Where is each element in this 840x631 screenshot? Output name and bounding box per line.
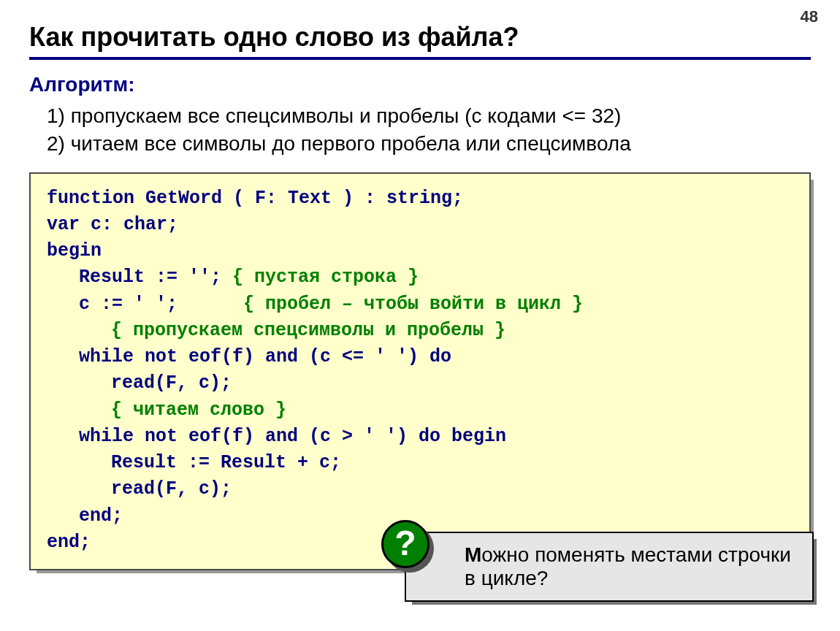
slide-title: Как прочитать одно слово из файла? <box>29 22 811 53</box>
code-text: c := ' '; <box>79 294 243 315</box>
algo-list: 1) пропускаем все спецсимволы и пробелы … <box>47 102 811 158</box>
callout-bold: М <box>465 543 481 566</box>
code-line: read(F, c); <box>47 476 793 502</box>
code-comment: { пропускаем спецсимволы и пробелы } <box>47 318 793 344</box>
code-text: Result := ''; <box>79 267 232 288</box>
callout-rest: ожно поменять местами строчки в цикле? <box>465 543 791 589</box>
algo-item-1: 1) пропускаем все спецсимволы и пробелы … <box>47 102 811 130</box>
callout-text: Можно поменять местами строчки в цикле? <box>465 543 791 589</box>
code-comment: { читаем слово } <box>47 397 793 424</box>
slide-content: Как прочитать одно слово из файла? Алгор… <box>0 0 840 570</box>
code-line: Result := ''; { пустая строка } <box>47 264 793 291</box>
title-underline <box>29 57 811 60</box>
code-line: Result := Result + c; <box>47 450 793 476</box>
code-line: while not eof(f) and (c <= ' ') do <box>47 344 793 370</box>
page-number: 48 <box>801 7 818 26</box>
callout-icon-wrap: ? <box>381 520 429 568</box>
code-line: while not eof(f) and (c > ' ') do begin <box>47 424 793 450</box>
question-mark-icon: ? <box>381 520 429 568</box>
algo-item-2: 2) читаем все символы до первого пробела… <box>47 130 811 158</box>
code-line: read(F, c); <box>47 370 793 397</box>
code-comment: { пробел – чтобы войти в цикл } <box>243 294 583 315</box>
code-comment: { пустая строка } <box>232 267 419 288</box>
algo-heading: Алгоритм: <box>29 73 811 96</box>
code-line: var c: char; <box>47 212 793 238</box>
callout-box: ? Можно поменять местами строчки в цикле… <box>405 532 814 602</box>
code-box: function GetWord ( F: Text ) : string; v… <box>29 172 811 571</box>
code-block: function GetWord ( F: Text ) : string; v… <box>29 172 811 571</box>
code-line: c := ' '; { пробел – чтобы войти в цикл … <box>47 291 793 318</box>
code-line: function GetWord ( F: Text ) : string; <box>47 186 793 212</box>
code-line: begin <box>47 238 793 264</box>
question-callout: ? Можно поменять местами строчки в цикле… <box>405 532 814 602</box>
